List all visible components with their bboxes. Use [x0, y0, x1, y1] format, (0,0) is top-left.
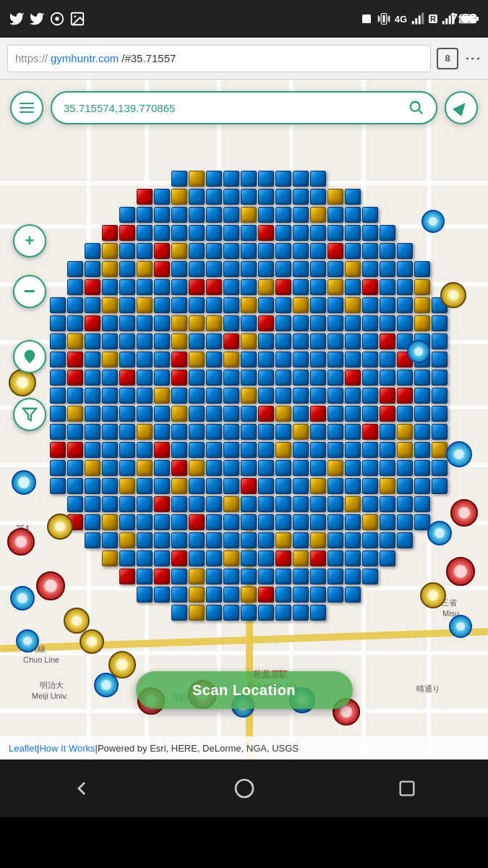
pokestop-left-5: [36, 571, 65, 600]
svg-rect-11: [412, 21, 414, 25]
pokestop-left-4: [10, 586, 35, 610]
zoom-out-button[interactable]: −: [13, 275, 46, 308]
svg-marker-25: [23, 409, 36, 421]
status-icons-left: [9, 11, 85, 27]
signal-bars: [411, 12, 424, 25]
home-button[interactable]: [223, 767, 266, 810]
app-icon: [49, 11, 65, 27]
image-icon: [69, 11, 85, 27]
search-icon: [408, 100, 424, 116]
stop-icon: [360, 12, 373, 25]
pokestop-top-1: [421, 210, 445, 233]
locate-button[interactable]: [445, 91, 478, 124]
pokestop-yellow-1: [80, 629, 104, 654]
attribution-powered: Powered by Esri, HERE, DeLorme, NGA, USG…: [98, 743, 299, 754]
status-bar: 4G R 7:03: [0, 0, 488, 38]
network-type: 4G: [395, 14, 407, 25]
how-it-works-link[interactable]: How It Works: [39, 743, 95, 754]
pokestop-left-1: [12, 470, 36, 495]
twitter-icon-1: [9, 11, 25, 27]
svg-rect-16: [445, 18, 448, 24]
hamburger-icon: [20, 103, 34, 113]
pokestop-right-6: [449, 615, 472, 638]
map-attribution: Leaflet | How It Works | Powered by Esri…: [0, 736, 488, 760]
svg-rect-27: [400, 782, 414, 796]
filter-button[interactable]: [13, 398, 46, 431]
svg-rect-14: [421, 13, 424, 25]
menu-button[interactable]: [10, 91, 43, 124]
navigate-icon: [453, 99, 470, 116]
bottom-nav: [0, 760, 488, 817]
pin-icon: [22, 349, 38, 365]
harumi-label: 晴通り: [416, 684, 440, 694]
vibrate-icon: [377, 11, 390, 27]
pokestop-right-3: [427, 521, 452, 545]
roaming-badge: R: [429, 14, 437, 23]
recent-apps-icon: [397, 778, 417, 799]
pokestop-right-2: [450, 499, 478, 527]
browser-menu[interactable]: ⋮: [463, 50, 482, 67]
svg-point-1: [55, 17, 59, 21]
svg-rect-4: [362, 14, 371, 23]
svg-line-23: [419, 110, 423, 114]
back-icon: [70, 777, 93, 800]
tab-count[interactable]: 8: [437, 48, 458, 69]
map-search-bar[interactable]: 35.715574,139.770865: [51, 91, 437, 124]
pokestop-yellow-2: [108, 651, 136, 678]
scan-button-label: Scan Location: [192, 682, 296, 699]
zoom-in-icon: +: [25, 233, 35, 249]
recent-apps-button[interactable]: [385, 767, 429, 810]
filter-icon: [22, 407, 38, 422]
pokestop-left-2: [7, 528, 35, 556]
search-coords: 35.715574,139.770865: [64, 102, 408, 114]
pokestop-left-6: [64, 608, 90, 634]
status-time: 7:03: [450, 12, 476, 27]
leaflet-link[interactable]: Leaflet: [9, 743, 37, 754]
svg-point-22: [411, 102, 420, 111]
zoom-in-button[interactable]: +: [13, 224, 46, 258]
url-bar[interactable]: https:// gymhuntr.com /#35.71557: [7, 45, 431, 72]
zoom-out-icon: −: [24, 281, 35, 302]
pokestop-left-7: [16, 629, 39, 652]
pokestop-top-3: [407, 340, 430, 363]
status-icons-right: 4G R 7:03: [360, 11, 479, 27]
browser-bar: https:// gymhuntr.com /#35.71557 8 ⋮: [0, 38, 488, 80]
scan-location-button[interactable]: Scan Location: [136, 671, 353, 709]
pokestop-right-5: [420, 582, 446, 608]
svg-rect-6: [382, 15, 385, 23]
pokestop-left-3: [47, 514, 73, 540]
meiji-label: 明治大: [40, 680, 64, 691]
meiji-en-label: Meiji Univ.: [32, 692, 68, 700]
url-path: /#35.71557: [121, 52, 176, 64]
twitter-icon-2: [29, 11, 45, 27]
svg-rect-13: [419, 16, 421, 25]
home-icon: [233, 777, 256, 800]
svg-point-26: [236, 780, 253, 797]
pokestop-right-1: [446, 441, 472, 467]
svg-rect-12: [415, 18, 417, 24]
svg-point-3: [74, 15, 76, 17]
url-domain: gymhuntr.com: [51, 52, 119, 64]
map-container[interactable]: 中央線 Chuo Line 明治大 Meiji Univ. 万世橋 秋葉原駅 A…: [0, 80, 488, 760]
back-button[interactable]: [60, 767, 103, 810]
svg-rect-15: [442, 21, 445, 25]
url-protocol: https://: [15, 52, 48, 64]
pokestop-top-2: [440, 282, 466, 308]
marker-button[interactable]: [13, 340, 46, 373]
pokestop-right-4: [446, 557, 475, 586]
chuo-line-en-label: Chuo Line: [23, 655, 59, 664]
